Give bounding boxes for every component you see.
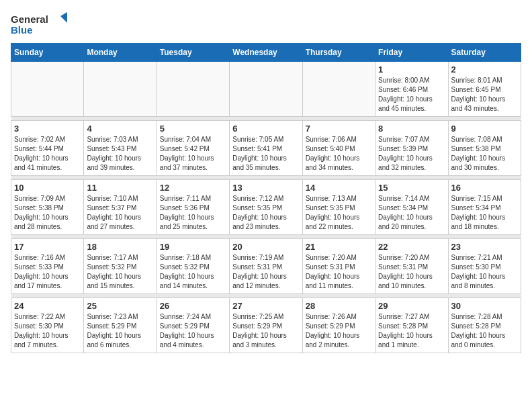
day-number: 29 [378, 301, 445, 311]
day-detail: Sunrise: 7:10 AM Sunset: 5:37 PM Dayligh… [87, 194, 153, 232]
day-detail: Sunrise: 7:14 AM Sunset: 5:34 PM Dayligh… [378, 194, 445, 232]
day-number: 16 [451, 183, 518, 193]
calendar-week-row: 1Sunrise: 8:00 AM Sunset: 6:46 PM Daylig… [11, 62, 521, 117]
day-detail: Sunrise: 8:00 AM Sunset: 6:46 PM Dayligh… [378, 76, 445, 113]
day-detail: Sunrise: 7:05 AM Sunset: 5:41 PM Dayligh… [232, 135, 299, 173]
calendar-day-cell: 27Sunrise: 7:25 AM Sunset: 5:29 PM Dayli… [230, 298, 302, 353]
calendar-day-cell: 18Sunrise: 7:17 AM Sunset: 5:32 PM Dayli… [84, 239, 157, 294]
day-detail: Sunrise: 7:03 AM Sunset: 5:43 PM Dayligh… [87, 135, 153, 173]
day-number: 24 [14, 301, 81, 311]
calendar-day-cell: 12Sunrise: 7:11 AM Sunset: 5:36 PM Dayli… [157, 180, 229, 235]
svg-marker-3 [60, 12, 67, 23]
svg-text:General: General [11, 13, 48, 25]
logo-svg: General Blue [11, 11, 71, 38]
calendar-day-cell: 30Sunrise: 7:28 AM Sunset: 5:28 PM Dayli… [448, 298, 521, 353]
day-number: 12 [160, 183, 226, 193]
day-detail: Sunrise: 8:01 AM Sunset: 6:45 PM Dayligh… [451, 76, 518, 113]
day-detail: Sunrise: 7:04 AM Sunset: 5:42 PM Dayligh… [160, 135, 226, 173]
calendar-day-cell: 4Sunrise: 7:03 AM Sunset: 5:43 PM Daylig… [84, 121, 157, 176]
weekday-header: Saturday [448, 44, 521, 62]
day-number: 13 [232, 183, 299, 193]
day-detail: Sunrise: 7:18 AM Sunset: 5:32 PM Dayligh… [160, 253, 226, 291]
weekday-header: Thursday [302, 44, 375, 62]
day-detail: Sunrise: 7:08 AM Sunset: 5:38 PM Dayligh… [451, 135, 518, 173]
day-number: 22 [378, 242, 445, 252]
calendar-day-cell: 22Sunrise: 7:20 AM Sunset: 5:31 PM Dayli… [375, 239, 448, 294]
day-detail: Sunrise: 7:20 AM Sunset: 5:31 PM Dayligh… [306, 253, 372, 291]
day-number: 11 [87, 183, 153, 193]
day-number: 15 [378, 183, 445, 193]
day-number: 20 [232, 242, 299, 252]
day-number: 2 [451, 64, 518, 75]
calendar-day-cell [84, 62, 157, 117]
calendar: SundayMondayTuesdayWednesdayThursdayFrid… [11, 43, 521, 353]
calendar-header-row: SundayMondayTuesdayWednesdayThursdayFrid… [11, 44, 521, 62]
day-detail: Sunrise: 7:24 AM Sunset: 5:29 PM Dayligh… [160, 312, 226, 350]
day-detail: Sunrise: 7:28 AM Sunset: 5:28 PM Dayligh… [451, 312, 518, 350]
calendar-day-cell: 13Sunrise: 7:12 AM Sunset: 5:35 PM Dayli… [230, 180, 302, 235]
day-detail: Sunrise: 7:23 AM Sunset: 5:29 PM Dayligh… [87, 312, 153, 350]
day-number: 30 [451, 301, 518, 311]
calendar-day-cell: 25Sunrise: 7:23 AM Sunset: 5:29 PM Dayli… [84, 298, 157, 353]
day-detail: Sunrise: 7:12 AM Sunset: 5:35 PM Dayligh… [232, 194, 299, 232]
day-detail: Sunrise: 7:11 AM Sunset: 5:36 PM Dayligh… [160, 194, 226, 232]
calendar-day-cell: 16Sunrise: 7:15 AM Sunset: 5:34 PM Dayli… [448, 180, 521, 235]
day-number: 27 [232, 301, 299, 311]
calendar-day-cell: 29Sunrise: 7:27 AM Sunset: 5:28 PM Dayli… [375, 298, 448, 353]
logo: General Blue [11, 11, 71, 38]
calendar-day-cell: 10Sunrise: 7:09 AM Sunset: 5:38 PM Dayli… [11, 180, 84, 235]
svg-text:Blue: Blue [11, 24, 33, 36]
calendar-day-cell: 24Sunrise: 7:22 AM Sunset: 5:30 PM Dayli… [11, 298, 84, 353]
calendar-day-cell: 21Sunrise: 7:20 AM Sunset: 5:31 PM Dayli… [302, 239, 375, 294]
calendar-day-cell: 23Sunrise: 7:21 AM Sunset: 5:30 PM Dayli… [448, 239, 521, 294]
day-detail: Sunrise: 7:27 AM Sunset: 5:28 PM Dayligh… [378, 312, 445, 350]
calendar-week-row: 10Sunrise: 7:09 AM Sunset: 5:38 PM Dayli… [11, 180, 521, 235]
day-number: 28 [306, 301, 372, 311]
day-number: 14 [306, 183, 372, 193]
calendar-day-cell: 5Sunrise: 7:04 AM Sunset: 5:42 PM Daylig… [157, 121, 229, 176]
day-number: 7 [306, 124, 372, 134]
day-detail: Sunrise: 7:25 AM Sunset: 5:29 PM Dayligh… [232, 312, 299, 350]
calendar-day-cell: 9Sunrise: 7:08 AM Sunset: 5:38 PM Daylig… [448, 121, 521, 176]
day-detail: Sunrise: 7:07 AM Sunset: 5:39 PM Dayligh… [378, 135, 445, 173]
calendar-day-cell [302, 62, 375, 117]
calendar-day-cell [157, 62, 229, 117]
calendar-day-cell: 1Sunrise: 8:00 AM Sunset: 6:46 PM Daylig… [375, 62, 448, 117]
calendar-day-cell: 19Sunrise: 7:18 AM Sunset: 5:32 PM Dayli… [157, 239, 229, 294]
weekday-header: Tuesday [157, 44, 229, 62]
weekday-header: Monday [84, 44, 157, 62]
calendar-day-cell: 11Sunrise: 7:10 AM Sunset: 5:37 PM Dayli… [84, 180, 157, 235]
day-number: 21 [306, 242, 372, 252]
day-number: 4 [87, 124, 153, 134]
day-number: 26 [160, 301, 226, 311]
day-number: 3 [14, 124, 81, 134]
calendar-day-cell: 7Sunrise: 7:06 AM Sunset: 5:40 PM Daylig… [302, 121, 375, 176]
day-detail: Sunrise: 7:06 AM Sunset: 5:40 PM Dayligh… [306, 135, 372, 173]
calendar-day-cell: 8Sunrise: 7:07 AM Sunset: 5:39 PM Daylig… [375, 121, 448, 176]
calendar-day-cell: 28Sunrise: 7:26 AM Sunset: 5:29 PM Dayli… [302, 298, 375, 353]
calendar-day-cell: 20Sunrise: 7:19 AM Sunset: 5:31 PM Dayli… [230, 239, 302, 294]
day-detail: Sunrise: 7:09 AM Sunset: 5:38 PM Dayligh… [14, 194, 81, 232]
day-detail: Sunrise: 7:20 AM Sunset: 5:31 PM Dayligh… [378, 253, 445, 291]
day-number: 8 [378, 124, 445, 134]
calendar-week-row: 17Sunrise: 7:16 AM Sunset: 5:33 PM Dayli… [11, 239, 521, 294]
header: General Blue [11, 11, 521, 38]
weekday-header: Wednesday [230, 44, 302, 62]
calendar-week-row: 3Sunrise: 7:02 AM Sunset: 5:44 PM Daylig… [11, 121, 521, 176]
calendar-day-cell: 26Sunrise: 7:24 AM Sunset: 5:29 PM Dayli… [157, 298, 229, 353]
day-detail: Sunrise: 7:19 AM Sunset: 5:31 PM Dayligh… [232, 253, 299, 291]
calendar-day-cell: 2Sunrise: 8:01 AM Sunset: 6:45 PM Daylig… [448, 62, 521, 117]
day-detail: Sunrise: 7:16 AM Sunset: 5:33 PM Dayligh… [14, 253, 81, 291]
calendar-day-cell: 6Sunrise: 7:05 AM Sunset: 5:41 PM Daylig… [230, 121, 302, 176]
weekday-header: Friday [375, 44, 448, 62]
day-number: 17 [14, 242, 81, 252]
day-detail: Sunrise: 7:26 AM Sunset: 5:29 PM Dayligh… [306, 312, 372, 350]
day-detail: Sunrise: 7:13 AM Sunset: 5:35 PM Dayligh… [306, 194, 372, 232]
calendar-week-row: 24Sunrise: 7:22 AM Sunset: 5:30 PM Dayli… [11, 298, 521, 353]
day-number: 18 [87, 242, 153, 252]
day-detail: Sunrise: 7:22 AM Sunset: 5:30 PM Dayligh… [14, 312, 81, 350]
weekday-header: Sunday [11, 44, 84, 62]
calendar-day-cell: 14Sunrise: 7:13 AM Sunset: 5:35 PM Dayli… [302, 180, 375, 235]
day-number: 25 [87, 301, 153, 311]
calendar-day-cell: 15Sunrise: 7:14 AM Sunset: 5:34 PM Dayli… [375, 180, 448, 235]
